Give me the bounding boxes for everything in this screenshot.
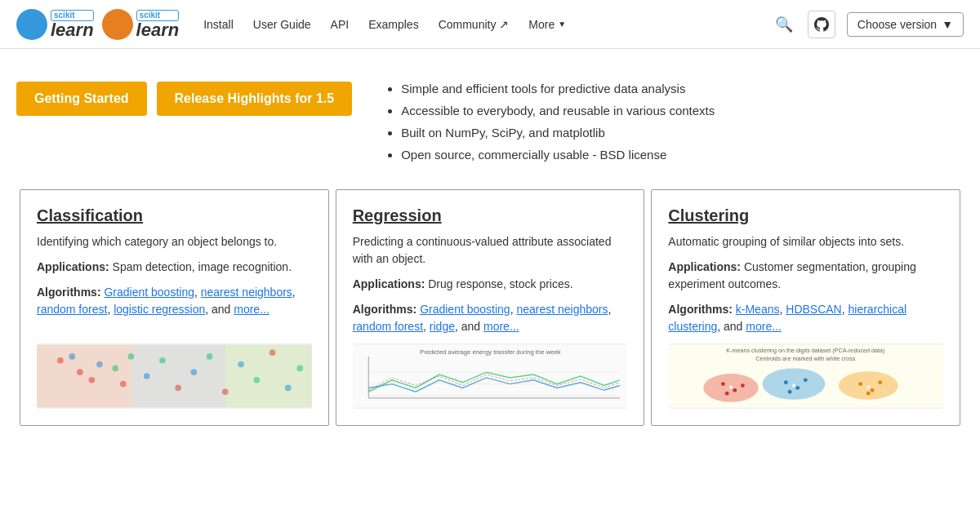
header-right: 🔍 Choose version ▼ bbox=[772, 11, 964, 38]
algorithms-label-3: Algorithms: bbox=[668, 303, 733, 316]
regression-applications: Applications: Drug response, stock price… bbox=[353, 276, 628, 293]
hero-buttons: Getting Started Release Highlights for 1… bbox=[16, 82, 352, 116]
algo-nearest-neighbors-2[interactable]: nearest neighbors bbox=[516, 303, 608, 316]
regression-title: Regression bbox=[353, 206, 628, 225]
hero-left: Getting Started Release Highlights for 1… bbox=[16, 82, 352, 116]
github-icon bbox=[814, 17, 829, 32]
chart-title: Predicted average energy transfer during… bbox=[420, 348, 561, 356]
version-chevron-icon: ▼ bbox=[942, 18, 953, 31]
svg-point-38 bbox=[796, 386, 800, 390]
clustering-chart-svg: K-means clustering on the digits dataset… bbox=[668, 343, 943, 409]
svg-rect-20 bbox=[37, 345, 131, 408]
feature-item-4: Open source, commercially usable - BSD l… bbox=[401, 148, 964, 162]
svg-point-39 bbox=[804, 378, 808, 382]
hero-right: Simple and efficient tools for predictiv… bbox=[385, 82, 964, 162]
classification-title: Classification bbox=[37, 206, 312, 225]
cluster-chart-title: K-means clustering on the digits dataset… bbox=[727, 347, 885, 354]
regression-card: Regression Predicting a continuous-value… bbox=[336, 189, 645, 426]
algorithms-label-1: Algorithms: bbox=[37, 286, 101, 299]
algo-random-forest-2[interactable]: random forest bbox=[353, 320, 423, 333]
nav-more-dropdown[interactable]: More ▼ bbox=[528, 18, 566, 31]
classification-apps-text: Spam detection, image recognition. bbox=[113, 260, 292, 273]
algorithms-label-2: Algorithms: bbox=[353, 303, 417, 316]
learn-label-2: learn bbox=[136, 21, 180, 39]
classification-algorithms: Algorithms: Gradient boosting, nearest n… bbox=[37, 284, 312, 318]
classification-image bbox=[37, 343, 312, 409]
logo-circle-orange bbox=[102, 9, 133, 40]
cluster-chart-subtitle: Centroids are marked with white cross bbox=[756, 355, 856, 362]
regression-algorithms: Algorithms: Gradient boosting, nearest n… bbox=[353, 301, 628, 335]
classification-card: Classification Identifying which categor… bbox=[20, 189, 329, 426]
svg-point-41 bbox=[859, 382, 863, 386]
release-highlights-button[interactable]: Release Highlights for 1.5 bbox=[157, 82, 353, 116]
svg-point-42 bbox=[871, 388, 875, 392]
more-label: More bbox=[528, 18, 555, 31]
svg-point-37 bbox=[784, 380, 788, 384]
feature-item-3: Built on NumPy, SciPy, and matplotlib bbox=[401, 126, 964, 140]
regression-image: Predicted average energy transfer during… bbox=[353, 343, 628, 409]
algo-gradient-boosting-2[interactable]: Gradient boosting bbox=[420, 303, 510, 316]
search-button[interactable]: 🔍 bbox=[772, 12, 796, 37]
hero-section: Getting Started Release Highlights for 1… bbox=[0, 49, 980, 178]
nav-install[interactable]: Install bbox=[203, 18, 234, 31]
applications-label-3: Applications: bbox=[668, 260, 741, 273]
algo-kmeans[interactable]: k-Means bbox=[736, 303, 780, 316]
svg-rect-21 bbox=[131, 345, 225, 408]
clustering-title: Clustering bbox=[668, 206, 943, 225]
svg-point-36 bbox=[725, 392, 729, 396]
algo-hdbscan[interactable]: HDBSCAN bbox=[786, 303, 841, 316]
algo-random-forest-1[interactable]: random forest bbox=[37, 303, 107, 316]
algo-more-3[interactable]: more... bbox=[746, 320, 782, 333]
site-header: scikit learn scikit learn Install User G… bbox=[0, 0, 980, 49]
feature-list: Simple and efficient tools for predictiv… bbox=[385, 82, 964, 162]
algo-gradient-boosting-1[interactable]: Gradient boosting bbox=[104, 286, 194, 299]
algo-ridge[interactable]: ridge bbox=[430, 320, 455, 333]
svg-rect-22 bbox=[225, 345, 312, 408]
logo-text-2: scikit learn bbox=[136, 10, 180, 39]
regression-desc: Predicting a continuous-valued attribute… bbox=[353, 233, 628, 268]
nav-examples[interactable]: Examples bbox=[368, 18, 418, 31]
regression-chart-svg: Predicted average energy transfer during… bbox=[353, 343, 628, 409]
svg-point-32 bbox=[839, 371, 898, 400]
clustering-image: K-means clustering on the digits dataset… bbox=[668, 343, 943, 409]
svg-point-33 bbox=[721, 382, 725, 386]
classification-applications: Applications: Spam detection, image reco… bbox=[37, 259, 312, 276]
learn-label-1: learn bbox=[51, 21, 94, 39]
applications-label-2: Applications: bbox=[353, 277, 425, 290]
feature-item-2: Accessible to everybody, and reusable in… bbox=[401, 104, 964, 117]
applications-label-1: Applications: bbox=[37, 260, 109, 273]
algo-more-1[interactable]: more... bbox=[234, 303, 270, 316]
classification-desc: Identifying which category an object bel… bbox=[37, 233, 312, 250]
logo-area: scikit learn scikit learn bbox=[16, 9, 179, 40]
clustering-card: Clustering Automatic grouping of similar… bbox=[651, 189, 960, 426]
algo-nearest-neighbors-1[interactable]: nearest neighbors bbox=[201, 286, 292, 299]
svg-point-40 bbox=[788, 390, 792, 394]
version-label: Choose version bbox=[858, 18, 937, 31]
svg-point-43 bbox=[879, 380, 883, 384]
clustering-desc: Automatic grouping of similar objects in… bbox=[668, 233, 943, 250]
regression-apps-text: Drug response, stock prices. bbox=[428, 277, 572, 290]
svg-point-35 bbox=[741, 383, 745, 388]
github-button[interactable] bbox=[808, 11, 835, 38]
nav-api[interactable]: API bbox=[331, 18, 350, 31]
nav-user-guide[interactable]: User Guide bbox=[253, 18, 311, 31]
cards-section: Classification Identifying which categor… bbox=[0, 178, 980, 445]
more-chevron-icon: ▼ bbox=[558, 20, 566, 29]
logo-pair-2: scikit learn bbox=[102, 9, 180, 40]
algo-more-2[interactable]: more... bbox=[483, 320, 519, 333]
version-selector[interactable]: Choose version ▼ bbox=[847, 12, 964, 37]
svg-point-34 bbox=[733, 388, 737, 392]
clustering-applications: Applications: Customer segmentation, gro… bbox=[668, 259, 943, 293]
clustering-algorithms: Algorithms: k-Means, HDBSCAN, hierarchic… bbox=[668, 301, 943, 335]
algo-logistic-regression[interactable]: logistic regression bbox=[114, 303, 205, 316]
main-nav: Install User Guide API Examples Communit… bbox=[203, 18, 772, 31]
feature-item-1: Simple and efficient tools for predictiv… bbox=[401, 82, 964, 95]
svg-point-44 bbox=[866, 392, 871, 396]
classification-scatter-svg bbox=[37, 343, 312, 409]
logo-text-1: scikit learn bbox=[51, 10, 94, 39]
nav-community[interactable]: Community ↗ bbox=[439, 18, 510, 31]
getting-started-button[interactable]: Getting Started bbox=[16, 82, 147, 116]
logo-pair-1: scikit learn bbox=[16, 9, 94, 40]
logo-circle-blue-1 bbox=[16, 9, 47, 40]
